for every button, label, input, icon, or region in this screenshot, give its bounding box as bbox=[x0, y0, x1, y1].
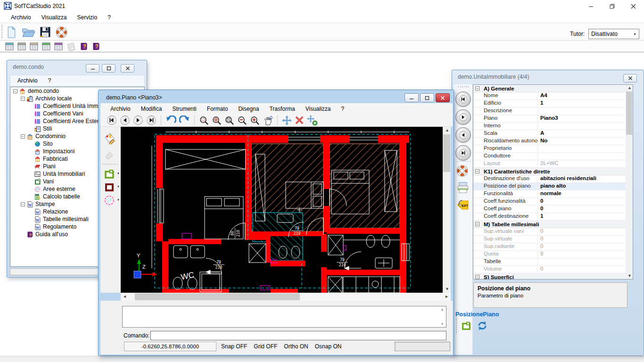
collapse-toggle[interactable]: − bbox=[475, 169, 479, 173]
prop-row-posizione-del-piano[interactable]: Posizione del pianopiano alto bbox=[473, 183, 633, 190]
main-close-button[interactable] bbox=[623, 0, 644, 12]
menu-item-visualizza[interactable]: Visualizza bbox=[36, 13, 72, 22]
draw-edit-button[interactable] bbox=[102, 131, 116, 145]
prop-row-sup-virtuale-vani[interactable]: Sup.virtuale vani0 bbox=[473, 228, 633, 236]
scrollbar-thumb[interactable] bbox=[443, 134, 450, 172]
dropdown-arrow-icon[interactable]: ▼ bbox=[117, 198, 120, 201]
unita-titlebar[interactable]: demo.UnitaImmobiliare (4/4) bbox=[452, 70, 644, 83]
unita-close-button[interactable] bbox=[623, 74, 637, 82]
wall-button[interactable] bbox=[102, 180, 116, 194]
nav-first-button[interactable] bbox=[455, 91, 471, 107]
table-olive-button[interactable] bbox=[17, 42, 26, 51]
vano-button[interactable] bbox=[102, 167, 116, 181]
blueprint-button[interactable] bbox=[66, 41, 76, 51]
prop-row-destinazione-d-uso[interactable]: Destinazione d'usoabitazioni residenzial… bbox=[473, 175, 633, 183]
zoom-prev-button[interactable] bbox=[224, 115, 235, 126]
scrollbar-thumb[interactable] bbox=[626, 91, 632, 135]
folder-open-button[interactable] bbox=[21, 26, 36, 39]
table-teal-button[interactable] bbox=[5, 42, 14, 51]
dropdown-arrow-icon[interactable]: ▼ bbox=[117, 172, 120, 175]
menu-item-archivio[interactable]: Archivio bbox=[12, 76, 43, 85]
book-help-button[interactable]: ? bbox=[91, 42, 101, 51]
prop-row-riscaldamento-autonomo[interactable]: Riscaldamento autonomoNo bbox=[473, 138, 633, 145]
table-green-button[interactable] bbox=[41, 42, 51, 51]
property-grid-scrollbar[interactable]: ▲ ▼ bbox=[626, 85, 633, 279]
add-move-button[interactable] bbox=[306, 115, 318, 126]
prop-row-descrizione[interactable]: Descrizione bbox=[473, 107, 633, 115]
prop-row-interno[interactable]: Interno bbox=[473, 123, 633, 130]
piano-close-button[interactable] bbox=[436, 93, 450, 102]
scroll-right-icon[interactable]: ► bbox=[445, 295, 449, 299]
scroll-up-icon[interactable]: ▲ bbox=[627, 86, 632, 90]
prop-row-proprietario[interactable]: Proprietario bbox=[473, 145, 633, 153]
toggle-snap-off[interactable]: Snap OFF bbox=[221, 343, 247, 350]
command-input[interactable] bbox=[150, 331, 446, 340]
prop-row-conduttore[interactable]: Conduttore bbox=[473, 153, 633, 160]
menu-item-trasforma[interactable]: Trasforma bbox=[264, 104, 300, 114]
redo-button[interactable] bbox=[179, 115, 190, 126]
zoom-extents-button[interactable] bbox=[211, 115, 222, 126]
menu-item-servizio[interactable]: Servizio bbox=[72, 13, 103, 22]
prop-section-s-superfici[interactable]: −S) Superfici bbox=[473, 273, 633, 280]
history-scroll[interactable]: ▲▼ bbox=[439, 307, 445, 326]
undo-button[interactable] bbox=[165, 115, 177, 126]
prop-section-k1-caratteristiche-dirette[interactable]: −K1) Caratteristiche dirette bbox=[473, 168, 633, 175]
collapse-toggle[interactable]: − bbox=[475, 275, 479, 279]
menu-item-item[interactable]: ? bbox=[336, 104, 350, 114]
tutor-dropdown[interactable]: Disattivato ▼ bbox=[588, 29, 639, 39]
main-minimize-button[interactable] bbox=[580, 0, 602, 12]
prop-row-funzionalit[interactable]: Funzionalitànormale bbox=[473, 190, 633, 198]
prop-row-coeff-piano[interactable]: Coeff.piano0 bbox=[473, 206, 633, 213]
refresh-button[interactable] bbox=[477, 320, 488, 331]
piano-restore-button[interactable] bbox=[420, 93, 434, 102]
piano-minimize-button[interactable] bbox=[405, 93, 419, 102]
zoom-window-button[interactable] bbox=[198, 115, 209, 126]
prop-row-edificio[interactable]: Edificio1 bbox=[473, 100, 633, 107]
prop-row-coeff-funzionalit[interactable]: Coeff.funzionalità0 bbox=[473, 198, 633, 206]
command-history[interactable]: ▲▼ bbox=[122, 306, 446, 328]
collapse-toggle[interactable]: − bbox=[21, 134, 25, 139]
collapse-toggle[interactable]: − bbox=[21, 97, 25, 101]
prop-row-sup-radiante[interactable]: Sup.radiante0 bbox=[473, 243, 633, 251]
condo-restore-button[interactable] bbox=[102, 64, 116, 73]
area-button[interactable] bbox=[102, 193, 116, 207]
menu-item-visualizza[interactable]: Visualizza bbox=[300, 104, 336, 114]
collapse-toggle[interactable]: − bbox=[21, 202, 25, 206]
menu-item-archivio[interactable]: Archivio bbox=[6, 13, 36, 22]
nav-next-button[interactable] bbox=[455, 109, 471, 125]
prop-row-nome[interactable]: NomeA4 bbox=[473, 92, 633, 100]
prop-row-layout[interactable]: Layout2L+WC bbox=[473, 160, 633, 168]
cad-canvas[interactable]: 70 210 70 210 70 210 80 210 WC bbox=[121, 127, 443, 293]
posizione-piano-link[interactable]: PosizionePiano bbox=[455, 311, 499, 318]
menu-item-item[interactable]: ? bbox=[102, 13, 116, 22]
vano-small-button[interactable] bbox=[461, 320, 472, 331]
prop-row-coeff-destinazione[interactable]: Coeff.destinazione1 bbox=[473, 213, 633, 221]
menu-item-formato[interactable]: Formato bbox=[202, 104, 233, 114]
collapse-toggle[interactable]: − bbox=[13, 89, 17, 93]
zoom-in-button[interactable] bbox=[249, 115, 260, 126]
prop-section-m-tabelle-millesimali[interactable]: −M) Tabelle millesimali bbox=[473, 221, 633, 228]
eraser-button[interactable] bbox=[102, 147, 116, 161]
save-button[interactable] bbox=[39, 25, 52, 39]
prop-row-quota[interactable]: Quota9 bbox=[473, 251, 633, 258]
menu-item-disegna[interactable]: Disegna bbox=[233, 104, 264, 114]
scroll-down-icon[interactable]: ▼ bbox=[445, 287, 449, 291]
collapse-toggle[interactable]: − bbox=[475, 86, 479, 90]
canvas-horizontal-scrollbar[interactable]: ◄ ► bbox=[121, 293, 451, 301]
zoom-out-button[interactable] bbox=[237, 115, 248, 126]
canvas-vertical-scrollbar[interactable]: ▲ ▼ bbox=[443, 127, 451, 293]
nav-prev-button[interactable] bbox=[455, 127, 471, 143]
nav-next-button[interactable] bbox=[132, 115, 144, 126]
prop-row-sup-virtuale[interactable]: Sup.virtuale0 bbox=[473, 236, 633, 243]
doc-new-button[interactable] bbox=[5, 25, 18, 39]
ext-tag-button[interactable]: EXT bbox=[456, 198, 470, 213]
nav-last-button[interactable] bbox=[455, 145, 471, 161]
scrollbar-thumb[interactable] bbox=[135, 293, 300, 300]
nav-first-button[interactable] bbox=[106, 115, 117, 126]
scroll-up-icon[interactable]: ▲ bbox=[445, 128, 449, 132]
toggle-grid-off[interactable]: Grid OFF bbox=[254, 343, 277, 350]
condo-titlebar[interactable]: demo.condo bbox=[7, 60, 147, 74]
toggle-ortho-on[interactable]: Ortho ON bbox=[284, 343, 308, 350]
life-ring-button[interactable] bbox=[55, 25, 68, 39]
condo-minimize-button[interactable] bbox=[86, 64, 99, 73]
